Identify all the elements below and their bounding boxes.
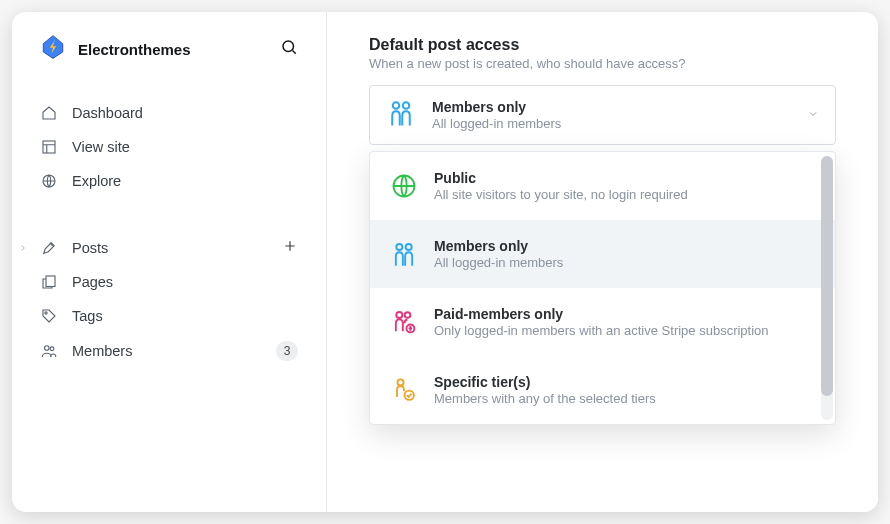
members-icon xyxy=(390,238,418,268)
sidebar-item-tags[interactable]: Tags xyxy=(32,299,306,333)
members-icon xyxy=(40,342,58,360)
sidebar-item-dashboard[interactable]: Dashboard xyxy=(32,96,306,130)
svg-point-11 xyxy=(406,244,412,250)
option-members-only[interactable]: Members only All logged-in members xyxy=(370,220,835,288)
option-public[interactable]: Public All site visitors to your site, n… xyxy=(370,152,835,220)
bolt-logo-icon xyxy=(40,34,66,64)
svg-point-12 xyxy=(396,312,402,318)
svg-rect-1 xyxy=(43,141,55,153)
svg-point-5 xyxy=(45,346,50,351)
brand-name: Electronthemes xyxy=(78,41,191,58)
svg-point-10 xyxy=(396,244,402,250)
chevron-down-icon xyxy=(807,106,819,124)
option-paid-members[interactable]: Paid-members only Only logged-in members… xyxy=(370,288,835,356)
svg-point-13 xyxy=(405,312,411,318)
search-icon[interactable] xyxy=(280,38,298,60)
option-title: Specific tier(s) xyxy=(434,374,656,390)
main-panel: Default post access When a new post is c… xyxy=(327,12,878,512)
tag-icon xyxy=(40,307,58,325)
dropdown-list[interactable]: Public All site visitors to your site, n… xyxy=(370,152,835,424)
home-icon xyxy=(40,104,58,122)
svg-rect-3 xyxy=(46,276,55,287)
fade-overlay xyxy=(327,482,878,512)
sidebar-item-label: Explore xyxy=(72,173,121,189)
access-select[interactable]: Members only All logged-in members xyxy=(369,85,836,145)
globe-icon xyxy=(390,170,418,200)
app-window: Electronthemes Dashboard View site xyxy=(12,12,878,512)
option-subtitle: All site visitors to your site, no login… xyxy=(434,187,688,202)
selected-subtitle: All logged-in members xyxy=(432,116,561,131)
globe-icon xyxy=(40,172,58,190)
option-specific-tiers[interactable]: Specific tier(s) Members with any of the… xyxy=(370,356,835,424)
section-subtitle: When a new post is created, who should h… xyxy=(369,56,836,71)
sidebar-item-label: Posts xyxy=(72,240,108,256)
svg-point-6 xyxy=(50,347,54,351)
copy-icon xyxy=(40,273,58,291)
brand-row: Electronthemes xyxy=(32,34,306,74)
sidebar-item-members[interactable]: Members 3 xyxy=(32,333,306,369)
sidebar-item-label: Pages xyxy=(72,274,113,290)
nav-primary: Dashboard View site Explore xyxy=(32,96,306,198)
sidebar-item-label: Members xyxy=(72,343,132,359)
sidebar-item-explore[interactable]: Explore xyxy=(32,164,306,198)
svg-point-15 xyxy=(397,379,403,385)
svg-point-8 xyxy=(403,102,410,109)
nav-secondary: Posts Pages Tags M xyxy=(32,230,306,369)
specific-tier-icon xyxy=(390,374,418,404)
sidebar-item-label: View site xyxy=(72,139,130,155)
members-count-badge: 3 xyxy=(276,341,298,361)
section-title: Default post access xyxy=(369,36,836,54)
sidebar: Electronthemes Dashboard View site xyxy=(12,12,327,512)
scrollbar-thumb[interactable] xyxy=(821,156,833,396)
members-icon xyxy=(386,98,416,132)
sidebar-item-pages[interactable]: Pages xyxy=(32,265,306,299)
sidebar-item-label: Dashboard xyxy=(72,105,143,121)
plus-icon[interactable] xyxy=(282,238,298,257)
option-title: Members only xyxy=(434,238,563,254)
brand[interactable]: Electronthemes xyxy=(40,34,191,64)
option-title: Public xyxy=(434,170,688,186)
svg-point-4 xyxy=(45,312,47,314)
selected-text: Members only All logged-in members xyxy=(432,99,561,131)
option-subtitle: Members with any of the selected tiers xyxy=(434,391,656,406)
sidebar-item-view-site[interactable]: View site xyxy=(32,130,306,164)
layout-icon xyxy=(40,138,58,156)
option-subtitle: All logged-in members xyxy=(434,255,563,270)
sidebar-item-posts[interactable]: Posts xyxy=(32,230,306,265)
option-subtitle: Only logged-in members with an active St… xyxy=(434,323,769,338)
access-dropdown: Public All site visitors to your site, n… xyxy=(369,151,836,425)
sidebar-item-label: Tags xyxy=(72,308,103,324)
chevron-right-icon xyxy=(18,240,28,256)
selected-title: Members only xyxy=(432,99,561,115)
paid-members-icon xyxy=(390,306,418,336)
svg-point-0 xyxy=(283,41,294,52)
option-title: Paid-members only xyxy=(434,306,769,322)
edit-icon xyxy=(40,239,58,257)
svg-point-7 xyxy=(393,102,400,109)
